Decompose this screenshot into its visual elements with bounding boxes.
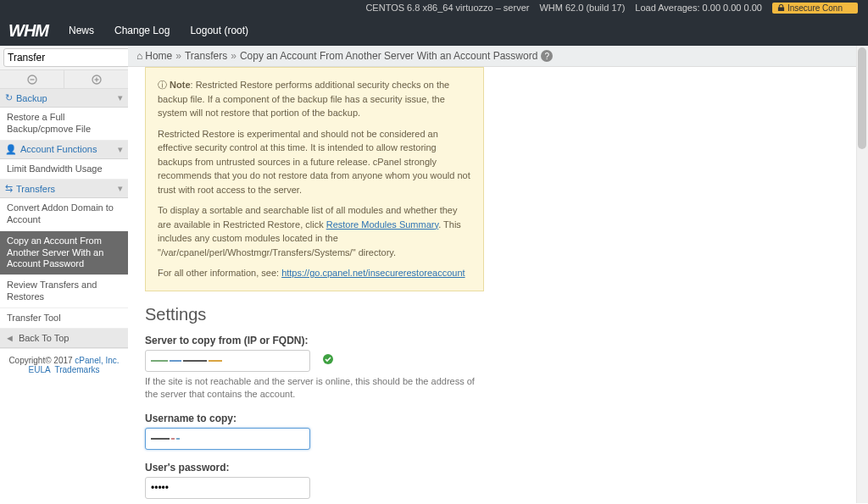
copyright-block: Copyright© 2017 cPanel, Inc. EULA Tradem… bbox=[0, 348, 128, 381]
info-icon: ⓘ bbox=[158, 80, 170, 90]
arrow-left-icon: ◄ bbox=[5, 333, 14, 343]
os-info: CENTOS 6.8 x86_64 virtuozzo – server bbox=[365, 3, 529, 13]
refresh-icon: ↻ bbox=[5, 92, 13, 103]
chevron-down-icon: ▾ bbox=[118, 144, 123, 155]
breadcrumb: ⌂ Home » Transfers » Copy an Account Fro… bbox=[128, 46, 868, 67]
whm-logo[interactable]: WHM bbox=[8, 21, 48, 41]
sidebar-item-copy-account[interactable]: Copy an Account From Another Server With… bbox=[0, 231, 128, 275]
username-label: Username to copy: bbox=[145, 413, 484, 424]
insecure-connection-badge[interactable]: Insecure Conn bbox=[772, 3, 858, 14]
circle-plus-icon bbox=[92, 75, 102, 85]
settings-heading: Settings bbox=[145, 305, 851, 324]
home-icon: ⌂ bbox=[136, 50, 142, 62]
system-status-bar: CENTOS 6.8 x86_64 virtuozzo – server WHM… bbox=[0, 0, 868, 15]
sidebar: ✕ ↻ Backup ▾ Restore a Full Backup/cpmov… bbox=[0, 46, 128, 504]
sidebar-item-review-transfers[interactable]: Review Transfers and Restores bbox=[0, 275, 128, 308]
password-input[interactable] bbox=[145, 477, 310, 499]
help-icon[interactable]: ? bbox=[541, 50, 553, 62]
cpanel-link[interactable]: cPanel, Inc. bbox=[75, 356, 119, 365]
crumb-current: Copy an Account From Another Server With… bbox=[240, 50, 538, 62]
trademarks-link[interactable]: Trademarks bbox=[54, 365, 99, 374]
note-box: ⓘ Note: Restricted Restore performs addi… bbox=[145, 67, 484, 291]
insecure-restore-link[interactable]: https://go.cpanel.net/insecurerestoreacc… bbox=[281, 268, 465, 278]
password-label: User's password: bbox=[145, 462, 484, 474]
sidebar-cat-account-functions[interactable]: 👤 Account Functions ▾ bbox=[0, 141, 128, 159]
restore-modules-link[interactable]: Restore Modules Summary bbox=[326, 219, 438, 230]
username-input[interactable] bbox=[145, 428, 310, 450]
server-label: Server to copy from (IP or FQDN): bbox=[145, 335, 484, 346]
nav-logout[interactable]: Logout (root) bbox=[190, 25, 248, 36]
eula-link[interactable]: EULA bbox=[29, 365, 51, 374]
nav-news[interactable]: News bbox=[69, 25, 94, 36]
transfer-icon: ⇆ bbox=[5, 183, 13, 194]
chevron-down-icon: ▾ bbox=[118, 92, 123, 103]
sidebar-cat-transfers[interactable]: ⇆ Transfers ▾ bbox=[0, 180, 128, 198]
server-input[interactable] bbox=[145, 350, 310, 372]
crumb-transfers[interactable]: Transfers bbox=[185, 50, 227, 62]
expand-all-button[interactable] bbox=[64, 70, 128, 88]
vertical-scrollbar[interactable] bbox=[856, 46, 868, 503]
content-pane: ⌂ Home » Transfers » Copy an Account Fro… bbox=[128, 46, 868, 504]
sidebar-item-convert-addon[interactable]: Convert Addon Domain to Account bbox=[0, 198, 128, 231]
user-icon: 👤 bbox=[5, 144, 17, 155]
back-to-top-button[interactable]: ◄ Back To Top bbox=[0, 329, 128, 348]
sidebar-item-restore-backup[interactable]: Restore a Full Backup/cpmove File bbox=[0, 108, 128, 141]
nav-change-log[interactable]: Change Log bbox=[114, 25, 170, 36]
scrollbar-thumb[interactable] bbox=[858, 47, 866, 149]
chevron-down-icon: ▾ bbox=[118, 183, 123, 194]
collapse-all-button[interactable] bbox=[0, 70, 64, 88]
main-navbar: WHM News Change Log Logout (root) bbox=[0, 15, 868, 46]
check-icon bbox=[322, 353, 334, 368]
sidebar-item-transfer-tool[interactable]: Transfer Tool bbox=[0, 308, 128, 330]
server-hint: If the site is not reachable and the ser… bbox=[145, 375, 484, 402]
crumb-home[interactable]: Home bbox=[145, 50, 172, 62]
whm-version: WHM 62.0 (build 17) bbox=[539, 3, 625, 13]
load-averages: Load Averages: 0.00 0.00 0.00 bbox=[635, 3, 762, 13]
circle-minus-icon bbox=[27, 75, 37, 85]
lock-icon bbox=[777, 4, 785, 12]
sidebar-cat-backup[interactable]: ↻ Backup ▾ bbox=[0, 89, 128, 108]
sidebar-search-input[interactable] bbox=[3, 48, 139, 67]
sidebar-item-limit-bandwidth[interactable]: Limit Bandwidth Usage bbox=[0, 159, 128, 180]
